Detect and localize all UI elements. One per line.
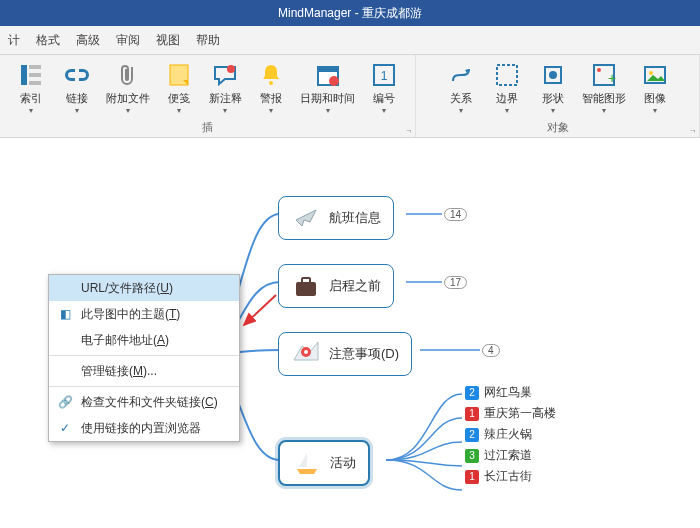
menu-item-label: 使用链接的内置浏览器 <box>81 420 201 437</box>
map-pin-icon <box>291 339 321 369</box>
chevron-down-icon: ▾ <box>551 108 555 114</box>
ribbon-button-label: 便笺 <box>168 91 190 106</box>
ribbon-smartshape-button[interactable]: +智能图形▾ <box>576 59 632 114</box>
ribbon-button-label: 关系 <box>450 91 472 106</box>
svg-rect-0 <box>21 65 27 85</box>
topic-count-badge: 17 <box>444 276 467 289</box>
ribbon-comment-button[interactable]: 新注释▾ <box>202 59 248 114</box>
ribbon-button-label: 日期和时间 <box>300 91 355 106</box>
svg-point-6 <box>269 81 273 85</box>
number-icon: 1 <box>370 61 398 89</box>
topic-label: 注意事项(D) <box>329 345 399 363</box>
menu-item[interactable]: 视图 <box>156 32 180 49</box>
chevron-down-icon: ▾ <box>382 108 386 114</box>
dropdown-item[interactable]: 🔗检查文件和文件夹链接(C) <box>49 389 239 415</box>
link-dropdown-menu: URL/文件路径(U)◧此导图中的主题(T)电子邮件地址(A)管理链接(M)..… <box>48 274 240 442</box>
priority-badge: 2 <box>465 428 479 442</box>
svg-point-9 <box>329 76 339 86</box>
svg-point-19 <box>649 71 653 75</box>
ribbon-boundary-button[interactable]: 边界▾ <box>484 59 530 114</box>
topic-activity[interactable]: 活动 <box>278 440 370 486</box>
ribbon: 索引▾链接▾附加文件▾便笺▾新注释▾警报▾日期和时间▾1编号▾ 插 关系▾边界▾… <box>0 55 700 138</box>
subtopic[interactable]: 3过江索道 <box>465 447 556 464</box>
chevron-down-icon: ▾ <box>269 108 273 114</box>
menu-item[interactable]: 帮助 <box>196 32 220 49</box>
ribbon-note-button[interactable]: 便笺▾ <box>156 59 202 114</box>
dropdown-item[interactable]: URL/文件路径(U) <box>49 275 239 301</box>
svg-text:1: 1 <box>381 69 388 83</box>
annotation-arrow <box>240 293 280 333</box>
menu-item[interactable]: 高级 <box>76 32 100 49</box>
chevron-down-icon: ▾ <box>29 108 33 114</box>
subtopic[interactable]: 1重庆第一高楼 <box>465 405 556 422</box>
menu-item[interactable]: 格式 <box>36 32 60 49</box>
ribbon-button-label: 边界 <box>496 91 518 106</box>
subtopic[interactable]: 2辣庄火锅 <box>465 426 556 443</box>
svg-rect-23 <box>302 278 310 283</box>
ribbon-group-label: 插 <box>0 120 415 137</box>
svg-point-16 <box>597 68 601 72</box>
note-icon <box>165 61 193 89</box>
app-title: MindManager - 重庆成都游 <box>278 5 422 22</box>
priority-badge: 3 <box>465 449 479 463</box>
subtopic-label: 长江古街 <box>484 468 532 485</box>
title-bar: MindManager - 重庆成都游 <box>0 0 700 26</box>
menu-item[interactable]: 审阅 <box>116 32 140 49</box>
dropdown-item[interactable]: ◧此导图中的主题(T) <box>49 301 239 327</box>
menu-item-icon <box>57 332 73 348</box>
chevron-down-icon: ▾ <box>126 108 130 114</box>
menu-item-label: URL/文件路径(U) <box>81 280 173 297</box>
link-icon <box>63 61 91 89</box>
ribbon-group-label: 对象 <box>416 120 699 137</box>
topic-notes[interactable]: 注意事项(D) <box>278 332 412 376</box>
ribbon-attach-button[interactable]: 附加文件▾ <box>100 59 156 114</box>
subtopic[interactable]: 1长江古街 <box>465 468 556 485</box>
ribbon-number-button[interactable]: 1编号▾ <box>361 59 407 114</box>
menu-item-icon <box>57 363 73 379</box>
menu-item-icon: ◧ <box>57 306 73 322</box>
ribbon-bell-button[interactable]: 警报▾ <box>248 59 294 114</box>
ribbon-relation-button[interactable]: 关系▾ <box>438 59 484 114</box>
subtopic[interactable]: 2网红鸟巢 <box>465 384 556 401</box>
chevron-down-icon: ▾ <box>223 108 227 114</box>
svg-rect-2 <box>29 73 41 77</box>
menu-item-icon: 🔗 <box>57 394 73 410</box>
smartshape-icon: + <box>590 61 618 89</box>
menu-item[interactable]: 计 <box>8 32 20 49</box>
ribbon-shape-button[interactable]: 形状▾ <box>530 59 576 114</box>
ribbon-link-button[interactable]: 链接▾ <box>54 59 100 114</box>
ribbon-button-label: 索引 <box>20 91 42 106</box>
topic-flight[interactable]: 航班信息 <box>278 196 394 240</box>
dropdown-item[interactable]: 管理链接(M)... <box>49 358 239 384</box>
topic-before[interactable]: 启程之前 <box>278 264 394 308</box>
dropdown-item[interactable]: 电子邮件地址(A) <box>49 327 239 353</box>
dropdown-item[interactable]: ✓使用链接的内置浏览器 <box>49 415 239 441</box>
menu-item-label: 电子邮件地址(A) <box>81 332 169 349</box>
topic-label: 活动 <box>330 454 356 472</box>
ribbon-calendar-button[interactable]: 日期和时间▾ <box>294 59 361 114</box>
menu-item-icon: ✓ <box>57 420 73 436</box>
subtopic-label: 网红鸟巢 <box>484 384 532 401</box>
index-icon <box>17 61 45 89</box>
sailboat-icon <box>292 448 322 478</box>
ribbon-index-button[interactable]: 索引▾ <box>8 59 54 114</box>
subtopic-label: 过江索道 <box>484 447 532 464</box>
menu-item-label: 此导图中的主题(T) <box>81 306 180 323</box>
ribbon-button-label: 链接 <box>66 91 88 106</box>
calendar-icon <box>314 61 342 89</box>
mindmap-canvas[interactable]: 重庆成都游 航班信息 14 启程之前 17 注意事项(D) 4 活动 2网红鸟巢… <box>0 138 700 528</box>
ribbon-button-label: 编号 <box>373 91 395 106</box>
topic-label: 航班信息 <box>329 209 381 227</box>
svg-text:+: + <box>608 70 616 86</box>
subtopic-label: 辣庄火锅 <box>484 426 532 443</box>
ribbon-button-label: 附加文件 <box>106 91 150 106</box>
comment-icon <box>211 61 239 89</box>
svg-rect-3 <box>29 81 41 85</box>
svg-rect-12 <box>497 65 517 85</box>
attach-icon <box>114 61 142 89</box>
menu-item-label: 管理链接(M)... <box>81 363 157 380</box>
menu-bar: 计 格式 高级 审阅 视图 帮助 <box>0 26 700 55</box>
topic-count-badge: 4 <box>482 344 500 357</box>
ribbon-image-button[interactable]: 图像▾ <box>632 59 678 114</box>
airplane-icon <box>291 203 321 233</box>
